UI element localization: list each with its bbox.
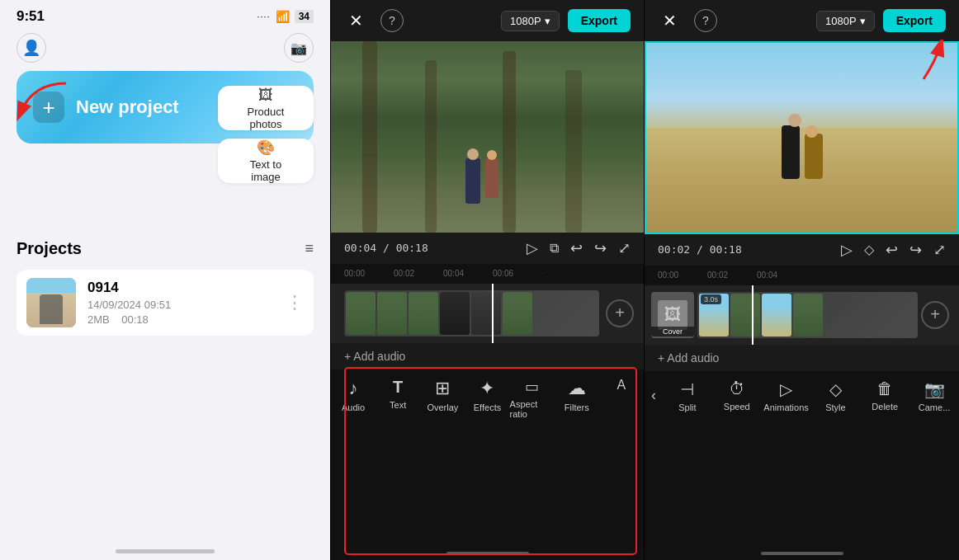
sort-icon[interactable]: ≡ — [305, 240, 314, 257]
right-ruler-tick-1: 00:02 — [707, 271, 757, 280]
field-persons — [777, 113, 827, 179]
middle-expand-button[interactable]: ⤢ — [618, 239, 631, 257]
projects-title: Projects — [17, 239, 82, 258]
right-export-button[interactable]: Export — [883, 9, 946, 32]
right-expand-button[interactable]: ⤢ — [933, 241, 946, 259]
right-resolution-button[interactable]: 1080P ▾ — [816, 11, 875, 31]
right-diamond-button[interactable]: ◇ — [864, 242, 874, 257]
middle-add-clip-button[interactable]: + — [606, 299, 634, 327]
right-play-button[interactable]: ▷ — [841, 241, 853, 259]
middle-close-button[interactable]: ✕ — [344, 9, 367, 32]
toolbar-more[interactable]: A — [599, 378, 644, 419]
speed-icon: ⏱ — [729, 379, 745, 398]
couple-field — [777, 113, 827, 179]
project-info: 0914 14/09/2024 09:51 2MB 00:18 — [87, 280, 274, 326]
middle-header-right: 1080P ▾ Export — [501, 9, 631, 32]
middle-redo-button[interactable]: ↪ — [594, 239, 607, 257]
clip-frame-1 — [346, 292, 376, 335]
right-toolbar-split[interactable]: ⊣ Split — [663, 379, 712, 412]
right-chevron-down-icon: ▾ — [860, 15, 866, 27]
cover-clip[interactable]: Cover 🖼 — [651, 292, 694, 338]
camera-button[interactable]: 📷 — [284, 33, 314, 63]
right-clip-frame-3 — [762, 294, 791, 336]
text-to-image-button[interactable]: 🎨 Text toimage — [218, 139, 314, 183]
overlay-label: Overlay — [427, 402, 458, 412]
camera-icon: 📷 — [291, 40, 307, 56]
right-redo-button[interactable]: ↪ — [909, 241, 922, 259]
thumb-figure — [40, 294, 63, 324]
toolbar-overlay[interactable]: ⊞ Overlay — [420, 378, 465, 419]
right-panel: ✕ ? 1080P ▾ Export — [645, 0, 959, 560]
right-timeline-ruler: 00:00 00:02 00:04 · — [645, 266, 959, 285]
signal-icon: ···· — [257, 12, 270, 21]
chevron-down-icon: ▾ — [545, 15, 550, 27]
delete-label: Delete — [872, 402, 898, 412]
middle-timeline-track[interactable]: + — [331, 284, 644, 343]
toolbar-effects[interactable]: ✦ Effects — [465, 378, 509, 419]
camera-track-label: Came... — [919, 402, 951, 412]
right-toolbar-speed[interactable]: ⏱ Speed — [712, 379, 762, 412]
clip-duration-badge: 3.0s — [701, 294, 721, 304]
middle-bottom-toolbar-wrapper: ♪ Audio T Text ⊞ Overlay ✦ Effects ▭ Asp… — [331, 369, 644, 561]
right-track-clip[interactable]: 3.0s — [697, 292, 918, 338]
project-more-button[interactable]: ⋮ — [286, 292, 304, 313]
right-bottom-wrapper: ‹ ⊣ Split ⏱ Speed ▷ Animations ◇ Style 🗑… — [645, 371, 959, 561]
person-2-body — [805, 134, 823, 179]
right-add-audio-button[interactable]: + Add audio — [645, 345, 959, 371]
right-time-display: 00:02 / 00:18 — [658, 243, 742, 256]
middle-timeline-ruler: 00:00 00:02 00:04 00:06 · — [331, 264, 644, 284]
project-date: 14/09/2024 09:51 — [87, 299, 274, 311]
right-back-button[interactable]: ‹ — [645, 379, 663, 412]
right-header-left: ✕ ? — [658, 9, 717, 32]
product-photos-icon: 🖼 — [258, 87, 273, 104]
clip-frame-2 — [377, 292, 407, 335]
style-label: Style — [825, 402, 845, 412]
text-to-image-icon: 🎨 — [257, 139, 275, 157]
right-help-button[interactable]: ? — [694, 9, 717, 32]
aspect-ratio-label: Aspect ratio — [510, 399, 555, 419]
right-ruler-tick-0: 00:00 — [658, 271, 707, 280]
right-bottom-toolbar: ‹ ⊣ Split ⏱ Speed ▷ Animations ◇ Style 🗑… — [645, 371, 959, 424]
battery-icon: 34 — [295, 10, 314, 23]
middle-track-clip[interactable] — [344, 290, 599, 336]
right-close-button[interactable]: ✕ — [658, 9, 681, 32]
toolbar-text[interactable]: T Text — [376, 378, 420, 419]
project-item[interactable]: 0914 14/09/2024 09:51 2MB 00:18 ⋮ — [17, 270, 314, 336]
text-icon: T — [393, 378, 403, 397]
right-toolbar-style[interactable]: ◇ Style — [810, 379, 860, 412]
middle-resolution-button[interactable]: 1080P ▾ — [501, 11, 560, 31]
profile-button[interactable]: 👤 — [17, 33, 46, 63]
status-bar: 9:51 ···· 📶 34 — [0, 0, 330, 30]
toolbar-aspect-ratio[interactable]: ▭ Aspect ratio — [510, 378, 555, 419]
effects-label: Effects — [474, 402, 501, 412]
right-add-clip-button[interactable]: + — [921, 301, 949, 329]
split-label: Split — [678, 402, 696, 412]
right-toolbar-camera-track[interactable]: 📷 Came... — [909, 379, 959, 412]
middle-copy-button[interactable]: ⧉ — [550, 241, 559, 256]
right-ruler-tick-3: · — [806, 271, 856, 280]
middle-play-button[interactable]: ▷ — [527, 239, 538, 257]
filters-label: Filters — [565, 402, 589, 412]
right-timeline-track[interactable]: Cover 🖼 3.0s + — [645, 285, 959, 345]
middle-header-left: ✕ ? — [344, 9, 404, 32]
right-toolbar-delete[interactable]: 🗑 Delete — [860, 379, 909, 412]
more-icon: A — [617, 378, 626, 393]
person-2-head — [805, 125, 818, 138]
toolbar-audio[interactable]: ♪ Audio — [331, 378, 376, 419]
middle-export-button[interactable]: Export — [568, 9, 631, 32]
right-undo-button[interactable]: ↩ — [886, 241, 898, 259]
right-toolbar-animations[interactable]: ▷ Animations — [762, 379, 811, 412]
filters-icon: ☁ — [568, 378, 586, 399]
product-photos-button[interactable]: 🖼 Productphotos — [218, 86, 314, 130]
middle-undo-button[interactable]: ↩ — [570, 239, 583, 257]
animations-icon: ▷ — [780, 379, 792, 399]
toolbar-filters[interactable]: ☁ Filters — [555, 378, 599, 419]
new-project-label: New project — [76, 96, 179, 118]
style-icon: ◇ — [829, 379, 842, 399]
middle-add-audio-button[interactable]: + Add audio — [331, 343, 644, 369]
middle-timeline-track-container: + — [331, 284, 644, 343]
middle-help-button[interactable]: ? — [380, 9, 404, 32]
right-playback-controls: 00:02 / 00:18 ▷ ◇ ↩ ↪ ⤢ — [645, 234, 959, 266]
project-name: 0914 — [87, 280, 274, 296]
status-time: 9:51 — [17, 8, 45, 25]
